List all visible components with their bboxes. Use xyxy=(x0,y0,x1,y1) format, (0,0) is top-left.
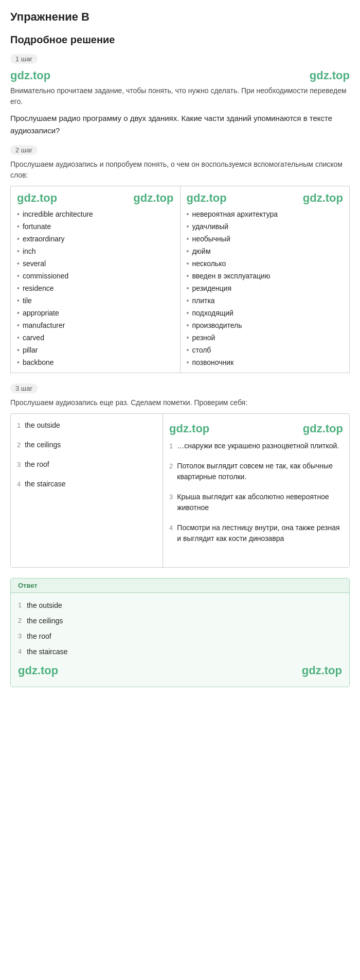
step3-left-item: 3the roof xyxy=(17,460,156,468)
step3-right-item: 1…снаружи все украшено разноцветной плит… xyxy=(169,441,343,451)
step3-right-col: gdz.top gdz.top 1…снаружи все украшено р… xyxy=(163,414,349,567)
watermark-9: gdz.top xyxy=(18,664,58,677)
vocab-english-item: incredible architecture xyxy=(17,208,174,220)
vocab-english-item: manufacturer xyxy=(17,319,174,331)
vocab-russian-item: резной xyxy=(187,331,344,344)
step3-matching: 1the outside2the ceilings3the roof4the s… xyxy=(10,413,350,568)
vocab-english-item: backbone xyxy=(17,356,174,369)
vocab-russian-item: необычный xyxy=(187,233,344,245)
vocab-english-item: several xyxy=(17,257,174,270)
answer-header: Ответ xyxy=(11,579,349,593)
watermark-8: gdz.top xyxy=(303,422,343,435)
watermark-5: gdz.top xyxy=(187,191,227,205)
vocab-russian-item: удачливый xyxy=(187,220,344,233)
vocab-english-item: inch xyxy=(17,245,174,257)
vocab-russian-item: несколько xyxy=(187,257,344,270)
vocab-english-item: fortunate xyxy=(17,220,174,233)
vocab-russian-item: невероятная архитектура xyxy=(187,208,344,220)
watermark-10: gdz.top xyxy=(302,664,342,677)
vocab-russian-item: плитка xyxy=(187,294,344,307)
vocab-russian-item: столб xyxy=(187,344,344,356)
vocab-english-item: residence xyxy=(17,282,174,294)
vocab-russian-item: дюйм xyxy=(187,245,344,257)
vocab-english-item: tile xyxy=(17,294,174,307)
vocab-russian-item: введен в эксплуатацию xyxy=(187,270,344,282)
answer-body: 1the outside2the ceilings3the roof4the s… xyxy=(11,593,349,687)
page-title: Упражнение B xyxy=(10,10,350,24)
vocab-english-item: extraordinary xyxy=(17,233,174,245)
watermark-2: gdz.top xyxy=(310,69,350,82)
step2-text: Прослушаем аудиозапись и попробуем понят… xyxy=(10,159,350,181)
answer-item: 4the staircase xyxy=(18,647,342,656)
step1-badge: 1 шаг xyxy=(10,54,38,64)
step2-badge: 2 шаг xyxy=(10,145,38,155)
vocab-english-item: carved xyxy=(17,331,174,344)
vocab-russian: невероятная архитектураудачливыйнеобычны… xyxy=(187,208,344,369)
answer-list: 1the outside2the ceilings3the roof4the s… xyxy=(18,601,342,656)
step3-badge: 3 шаг xyxy=(10,383,38,393)
vocab-russian-item: резиденция xyxy=(187,282,344,294)
watermark-1: gdz.top xyxy=(10,69,50,82)
step3-right-item: 2Потолок выглядит совсем не так, как обы… xyxy=(169,461,343,482)
watermark-4: gdz.top xyxy=(133,191,173,205)
step3-left-col: 1the outside2the ceilings3the roof4the s… xyxy=(11,414,163,567)
vocab-english-item: commissioned xyxy=(17,270,174,282)
vocab-russian-item: подходящий xyxy=(187,307,344,319)
watermark-6: gdz.top xyxy=(303,191,343,205)
step3-right-item: 4Посмотри на лестницу внутри, она также … xyxy=(169,522,343,544)
answer-section: Ответ 1the outside2the ceilings3the roof… xyxy=(10,578,350,687)
step3-left-item: 4the staircase xyxy=(17,480,156,488)
vocab-english-item: appropriate xyxy=(17,307,174,319)
vocab-russian-item: производитель xyxy=(187,319,344,331)
answer-item: 3the roof xyxy=(18,632,342,640)
vocab-english-item: pillar xyxy=(17,344,174,356)
step3-left-item: 1the outside xyxy=(17,421,156,429)
page-subtitle: Подробное решение xyxy=(10,34,350,46)
step3-left-item: 2the ceilings xyxy=(17,441,156,449)
vocab-table: gdz.top gdz.top incredible architecturef… xyxy=(10,186,350,373)
step1-text: Внимательно прочитаем задание, чтобы пон… xyxy=(10,85,350,107)
step3-right-item: 3Крыша выглядит как абсолютно невероятно… xyxy=(169,492,343,513)
step1-question: Прослушаем радио программу о двух здания… xyxy=(10,112,350,137)
vocab-russian-item: позвоночник xyxy=(187,356,344,369)
watermark-3: gdz.top xyxy=(17,191,57,205)
watermark-7: gdz.top xyxy=(169,422,209,435)
answer-item: 2the ceilings xyxy=(18,617,342,625)
answer-item: 1the outside xyxy=(18,601,342,609)
step3-text: Прослушаем аудиозапись еще раз. Сделаем … xyxy=(10,397,350,408)
vocab-english: incredible architecturefortunateextraord… xyxy=(17,208,174,369)
